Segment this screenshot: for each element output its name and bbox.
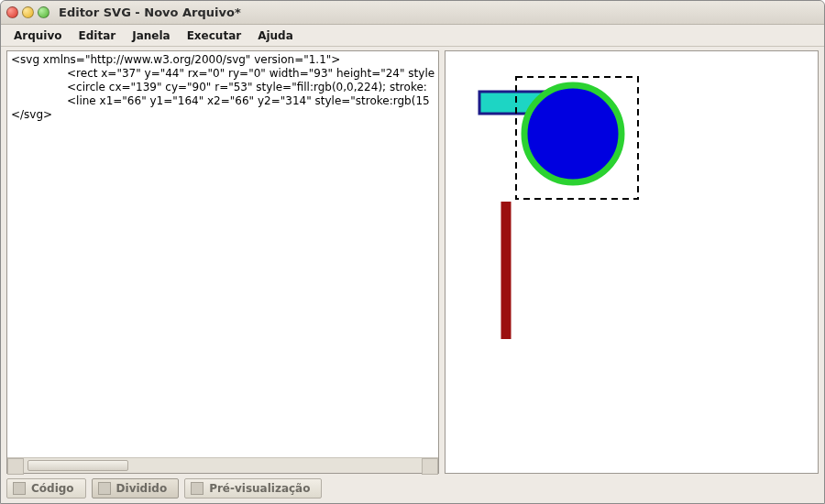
menubar: Arquivo Editar Janela Executar Ajuda — [1, 25, 824, 47]
window-title: Editor SVG - Novo Arquivo* — [59, 5, 241, 19]
menu-janela[interactable]: Janela — [125, 27, 177, 44]
code-icon — [13, 482, 26, 495]
menu-executar[interactable]: Executar — [180, 27, 248, 44]
tab-pre-visualizacao[interactable]: Pré-visualização — [184, 478, 322, 499]
preview-circle-shape[interactable] — [524, 85, 622, 182]
tab-dividido[interactable]: Dividido — [92, 478, 180, 499]
titlebar[interactable]: Editor SVG - Novo Arquivo* — [1, 1, 824, 25]
traffic-lights — [6, 6, 50, 18]
scrollbar-thumb[interactable] — [28, 460, 128, 471]
tab-codigo[interactable]: Código — [6, 478, 86, 499]
split-icon — [98, 482, 111, 495]
horizontal-scrollbar[interactable] — [7, 457, 438, 473]
preview-icon — [191, 482, 204, 495]
tab-label: Pré-visualização — [209, 482, 310, 495]
zoom-icon[interactable] — [38, 6, 50, 18]
code-pane: <svg xmlns="http://www.w3.org/2000/svg" … — [6, 50, 439, 474]
menu-ajuda[interactable]: Ajuda — [250, 27, 301, 44]
close-icon[interactable] — [6, 6, 18, 18]
code-editor[interactable]: <svg xmlns="http://www.w3.org/2000/svg" … — [7, 51, 438, 457]
menu-editar[interactable]: Editar — [72, 27, 124, 44]
view-tabs: Código Dividido Pré-visualização — [1, 476, 824, 503]
preview-pane — [445, 50, 819, 474]
minimize-icon[interactable] — [22, 6, 34, 18]
tab-label: Dividido — [116, 482, 168, 495]
workspace: <svg xmlns="http://www.w3.org/2000/svg" … — [1, 47, 824, 476]
menu-arquivo[interactable]: Arquivo — [6, 27, 70, 44]
tab-label: Código — [31, 482, 74, 495]
svg-preview-canvas[interactable] — [446, 51, 818, 473]
app-window: Editor SVG - Novo Arquivo* Arquivo Edita… — [0, 0, 825, 504]
